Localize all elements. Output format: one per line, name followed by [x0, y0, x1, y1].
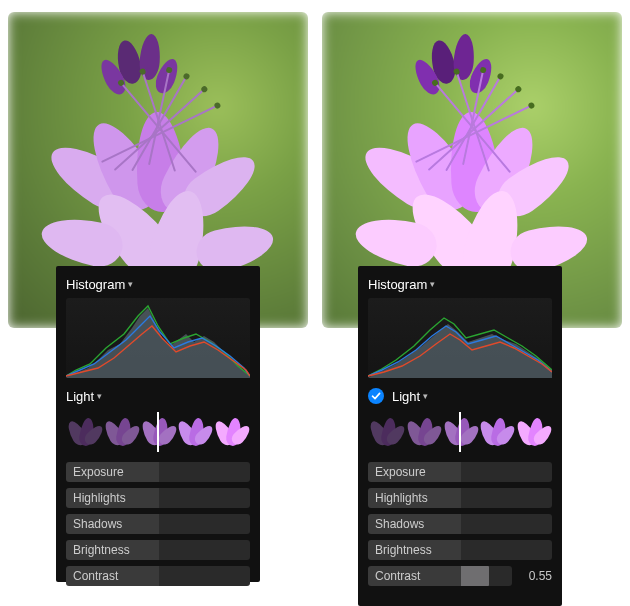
shadows-track[interactable] [461, 514, 552, 534]
exposure-label: Exposure [66, 462, 159, 482]
adjustments-panel-after: Histogram ▾ Light ▾ [358, 266, 562, 606]
preset-handle[interactable] [157, 412, 159, 452]
brightness-track[interactable] [461, 540, 552, 560]
adjustments-panel-before: Histogram ▾ Light ▾ [56, 266, 260, 582]
shadows-track[interactable] [159, 514, 250, 534]
contrast-value: 0.55 [518, 569, 552, 583]
highlights-slider[interactable]: Highlights [66, 488, 250, 508]
histogram-header[interactable]: Histogram ▾ [368, 274, 552, 294]
exposure-slider[interactable]: Exposure [66, 462, 250, 482]
histogram-label: Histogram [368, 277, 427, 292]
highlights-track[interactable] [159, 488, 250, 508]
shadows-slider[interactable]: Shadows [66, 514, 250, 534]
highlights-label: Highlights [368, 488, 461, 508]
brightness-slider[interactable]: Brightness [368, 540, 552, 560]
light-label: Light [392, 389, 420, 404]
histogram-display [368, 298, 552, 378]
chevron-down-icon: ▾ [128, 279, 133, 289]
shadows-label: Shadows [66, 514, 159, 534]
histogram-display [66, 298, 250, 378]
contrast-label: Contrast [66, 566, 159, 586]
light-header[interactable]: Light ▾ [368, 384, 552, 408]
contrast-track[interactable] [461, 566, 512, 586]
shadows-label: Shadows [368, 514, 461, 534]
brightness-label: Brightness [368, 540, 461, 560]
brightness-label: Brightness [66, 540, 159, 560]
brightness-slider[interactable]: Brightness [66, 540, 250, 560]
contrast-slider[interactable]: Contrast [66, 566, 250, 586]
exposure-slider[interactable]: Exposure [368, 462, 552, 482]
histogram-svg [66, 298, 250, 378]
histogram-header[interactable]: Histogram ▾ [66, 274, 250, 294]
chevron-down-icon: ▾ [423, 391, 428, 401]
light-enabled-check-icon[interactable] [368, 388, 384, 404]
contrast-label: Contrast [368, 566, 461, 586]
light-header[interactable]: Light ▾ [66, 384, 250, 408]
contrast-track[interactable] [159, 566, 250, 586]
preset-handle[interactable] [459, 412, 461, 452]
histogram-svg [368, 298, 552, 378]
light-preset-strip[interactable] [368, 412, 552, 452]
brightness-track[interactable] [159, 540, 250, 560]
light-label: Light [66, 389, 94, 404]
light-preset-strip[interactable] [66, 412, 250, 452]
highlights-slider[interactable]: Highlights [368, 488, 552, 508]
exposure-track[interactable] [461, 462, 552, 482]
highlights-label: Highlights [66, 488, 159, 508]
chevron-down-icon: ▾ [430, 279, 435, 289]
exposure-label: Exposure [368, 462, 461, 482]
exposure-track[interactable] [159, 462, 250, 482]
contrast-slider[interactable]: Contrast 0.55 [368, 566, 552, 586]
highlights-track[interactable] [461, 488, 552, 508]
chevron-down-icon: ▾ [97, 391, 102, 401]
shadows-slider[interactable]: Shadows [368, 514, 552, 534]
histogram-label: Histogram [66, 277, 125, 292]
